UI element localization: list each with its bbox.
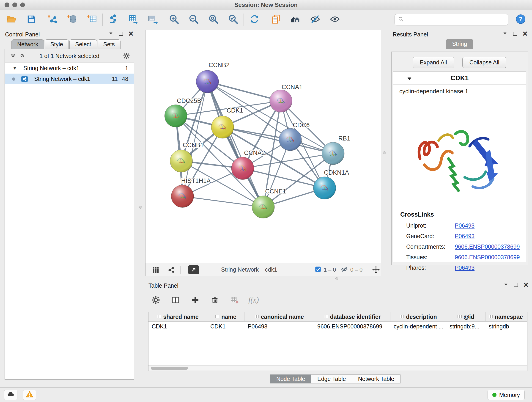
network-node-CCNB2[interactable] — [196, 70, 219, 93]
zoom-selected-button[interactable] — [226, 12, 240, 27]
column-header-canonical-name[interactable]: canonical name — [244, 313, 314, 321]
cloud-status-button[interactable] — [4, 390, 17, 400]
show-graphics-details-button[interactable] — [327, 12, 342, 27]
column-header-shared-name[interactable]: shared name — [148, 313, 207, 321]
save-session-button[interactable] — [24, 12, 38, 27]
export-table-button[interactable] — [126, 12, 140, 27]
tab-sets[interactable]: Sets — [98, 39, 120, 49]
selected-nodes-indicator[interactable]: 1 – 0 — [315, 263, 336, 276]
right-splitter-handle[interactable] — [383, 151, 386, 154]
table-cell[interactable]: stringdb:9... — [446, 322, 486, 331]
network-row[interactable]: String Network – cdk1 11 48 — [5, 74, 134, 84]
network-canvas[interactable]: CCNB2CCNA1CDC25BCDK1CDC6RB1CCNB1CCNA2CDK… — [146, 30, 381, 263]
network-collection-row[interactable]: ▼ String Network – cdk1 1 — [5, 63, 134, 74]
network-node-CCNA1[interactable] — [270, 90, 292, 112]
delete-table-button[interactable] — [229, 294, 241, 306]
memory-button[interactable]: Memory — [488, 390, 525, 400]
results-panel-close-button[interactable]: × — [523, 32, 527, 36]
table-horizontal-scrollbar[interactable] — [148, 365, 527, 370]
results-panel-float-button[interactable] — [513, 32, 517, 36]
network-node-CCNB1[interactable] — [170, 150, 192, 172]
collection-caret-icon[interactable]: ▼ — [13, 66, 17, 71]
hide-graphics-details-button[interactable] — [308, 12, 322, 27]
open-session-button[interactable] — [4, 12, 19, 27]
column-header--id[interactable]: @id — [446, 313, 486, 321]
table-options-gear-button[interactable] — [150, 294, 162, 306]
control-panel-menu-icon[interactable] — [108, 31, 114, 37]
import-network-database-button[interactable] — [65, 12, 80, 27]
network-edge-HIST1H1A-CCNE1[interactable] — [182, 196, 263, 207]
network-edge-CCNB2-CCNE1[interactable] — [207, 82, 263, 207]
import-network-file-button[interactable] — [45, 12, 60, 27]
network-node-CCNA2[interactable] — [231, 157, 254, 179]
network-node-CDKN1A[interactable] — [313, 177, 336, 199]
crosslink-value-link[interactable]: P06493 — [455, 222, 475, 229]
network-options-gear-icon[interactable] — [123, 52, 130, 61]
table-cell[interactable]: CDK1 — [207, 322, 244, 331]
network-edge-CCNB2-CCNA1[interactable] — [207, 82, 281, 101]
collapse-all-button[interactable]: Collapse All — [462, 57, 507, 68]
close-window-button[interactable] — [5, 2, 9, 7]
tab-network-table[interactable]: Network Table — [352, 375, 400, 383]
table-cell[interactable]: CDK1 — [148, 322, 207, 331]
crosslink-value-link[interactable]: P06493 — [455, 233, 475, 240]
home-views-button[interactable] — [288, 12, 303, 27]
show-columns-button[interactable] — [170, 294, 181, 306]
tab-network[interactable]: Network — [12, 39, 44, 49]
table-panel-close-button[interactable]: × — [524, 283, 528, 287]
network-overview-button[interactable] — [167, 263, 175, 276]
tab-node-table[interactable]: Node Table — [270, 375, 311, 383]
tab-select[interactable]: Select — [70, 39, 97, 49]
birdseye-view-button[interactable] — [152, 263, 159, 276]
detach-view-button[interactable] — [188, 263, 199, 276]
column-header-description[interactable]: description — [390, 313, 446, 321]
column-header-namespac[interactable]: namespac — [486, 313, 526, 321]
function-builder-button[interactable]: f(x) — [248, 296, 259, 304]
column-header-name[interactable]: name — [207, 313, 244, 321]
zoom-fit-button[interactable] — [206, 12, 221, 27]
import-table-button[interactable] — [85, 12, 99, 27]
network-node-CCNE1[interactable] — [252, 196, 274, 218]
hidden-elements-indicator[interactable]: 0 – 0 — [341, 263, 362, 276]
zoom-in-button[interactable] — [167, 12, 181, 27]
export-image-button[interactable] — [145, 12, 160, 27]
network-node-RB1[interactable] — [322, 142, 344, 165]
add-column-button[interactable] — [189, 294, 201, 306]
control-panel-close-button[interactable]: × — [128, 32, 133, 36]
maximize-window-button[interactable] — [20, 2, 25, 7]
table-cell[interactable]: stringdb — [486, 322, 526, 331]
warnings-button[interactable] — [23, 390, 36, 400]
annotation-documents-button[interactable] — [268, 12, 283, 27]
network-node-CDK1[interactable] — [211, 116, 234, 138]
search-input[interactable] — [406, 15, 505, 25]
table-row[interactable]: CDK1CDK1P064939606.ENSP00000378699cyclin… — [148, 322, 527, 331]
crosslink-value-link[interactable]: P06493 — [455, 264, 475, 271]
crosslink-value-link[interactable]: 9606.ENSP00000378699 — [455, 243, 520, 250]
table-cell[interactable]: P06493 — [244, 322, 314, 331]
network-node-CDC25B[interactable] — [165, 105, 187, 127]
search-box[interactable] — [394, 14, 508, 26]
table-cell[interactable]: cyclin-dependent ... — [390, 322, 446, 331]
help-button[interactable]: ? — [513, 12, 528, 27]
bottom-splitter-handle[interactable] — [336, 277, 338, 280]
column-header-database-identifier[interactable]: database identifier — [314, 313, 390, 321]
zoom-out-button[interactable] — [186, 12, 201, 27]
tab-string[interactable]: String — [446, 39, 473, 49]
network-node-CDC6[interactable] — [279, 128, 302, 151]
apply-layout-button[interactable] — [247, 12, 262, 27]
table-panel-menu-icon[interactable] — [503, 282, 508, 288]
network-node-HIST1H1A[interactable] — [171, 185, 194, 207]
left-splitter-handle[interactable] — [139, 206, 142, 209]
tab-edge-table[interactable]: Edge Table — [311, 375, 352, 383]
delete-column-button[interactable] — [209, 294, 221, 306]
minimize-window-button[interactable] — [12, 2, 17, 7]
export-network-button[interactable] — [106, 12, 120, 27]
expand-all-button[interactable]: Expand All — [413, 57, 454, 68]
control-panel-float-button[interactable] — [119, 32, 123, 36]
results-panel-menu-icon[interactable] — [502, 31, 507, 37]
scrollbar-thumb[interactable] — [151, 367, 188, 370]
tab-style[interactable]: Style — [45, 39, 69, 49]
pan-mode-button[interactable] — [372, 263, 380, 276]
table-cell[interactable]: 9606.ENSP00000378699 — [314, 322, 390, 331]
table-panel-float-button[interactable] — [514, 283, 518, 287]
